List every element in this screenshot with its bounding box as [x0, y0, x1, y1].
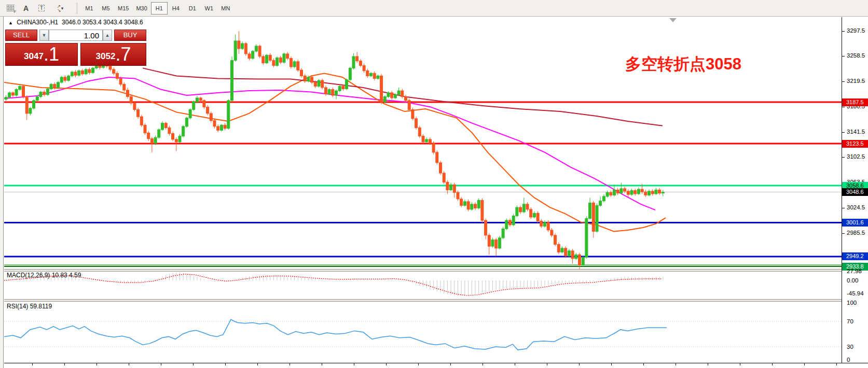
price-tick-label: 3258.5	[847, 52, 865, 59]
buy-button[interactable]: BUY	[114, 30, 146, 41]
macd-indicator-label: MACD(12,26,9) 10.83 4.59	[7, 272, 81, 279]
chart-title: ▲ CHINA300-,H1 3046.0 3053.4 3043.4 3048…	[8, 19, 143, 26]
price-tick-label: 3141.5	[847, 129, 865, 135]
timeframe-w1[interactable]: W1	[201, 2, 217, 15]
text-label-icon[interactable]: T	[34, 2, 49, 15]
time-axis-tick	[322, 363, 322, 365]
collapse-panel-icon[interactable]: ▲	[8, 20, 13, 25]
price-tick	[842, 107, 845, 107]
rsi-axis-label: 0	[847, 357, 850, 363]
macd-signal-line	[4, 274, 662, 295]
chart-area: 3297.53258.53219.53180.53141.53102.53063…	[4, 17, 868, 368]
time-axis-tick	[611, 363, 612, 365]
rsi-axis-label: 30	[847, 344, 853, 350]
time-axis-tick	[836, 363, 837, 365]
sell-price-main: 3047	[24, 51, 44, 62]
price-tag-3048.6: 3048.6	[842, 188, 868, 196]
chart-window: 3297.53258.53219.53180.53141.53102.53063…	[0, 17, 868, 368]
symbol-period-label: CHINA300-,H1	[17, 19, 58, 26]
one-click-trade-panel: SELL ▼ ▲ BUY 3047.1 3052.7	[5, 30, 146, 66]
time-axis-tick	[483, 363, 483, 365]
price-tag-3123.5: 3123.5	[842, 140, 868, 148]
price-tag-3187.5: 3187.5	[842, 98, 868, 106]
time-axis-tick	[193, 363, 194, 365]
price-tick-label: 3102.5	[847, 153, 865, 160]
time-axis-tick	[97, 363, 97, 365]
price-tick	[842, 31, 845, 32]
timeframe-h1[interactable]: H1	[151, 2, 168, 15]
price-tick-label: 2985.5	[847, 230, 865, 236]
time-axis-tick	[515, 363, 515, 365]
rsi-pane-canvas[interactable]	[4, 302, 842, 363]
candlestick-series	[5, 31, 664, 269]
rsi-line	[4, 319, 667, 350]
ma-darkred-line	[143, 68, 663, 125]
price-tag-2949.2: 2949.2	[842, 252, 868, 260]
time-axis-tick	[547, 363, 547, 365]
price-tick	[842, 208, 845, 208]
text-a-icon[interactable]: A	[19, 2, 33, 15]
time-axis-tick	[225, 363, 226, 365]
time-axis-tick	[772, 363, 773, 365]
price-tick	[842, 233, 845, 234]
chevron-down-icon[interactable]: ▾	[61, 6, 64, 11]
sell-price-button[interactable]: 3047.1	[5, 43, 78, 66]
time-axis-tick	[740, 363, 740, 365]
toolbar-separator	[77, 3, 78, 14]
macd-axis-label: 0.00	[847, 277, 858, 284]
rsi-axis-label: 70	[847, 318, 853, 324]
volume-input[interactable]	[49, 30, 103, 41]
time-axis-tick	[129, 363, 129, 365]
buy-price-button[interactable]: 3052.7	[80, 43, 146, 66]
macd-pane-canvas[interactable]	[4, 271, 842, 299]
sell-price-pips: .1	[44, 45, 59, 64]
mt4-terminal: { "toolbar": { "icons": ["grid-f-icon","…	[0, 0, 868, 368]
time-axis-tick	[354, 363, 354, 365]
timeframe-d1[interactable]: D1	[184, 2, 201, 15]
ma-orange-line	[4, 73, 666, 231]
trade-panel-top-row: SELL ▼ ▲ BUY	[5, 30, 146, 42]
time-axis[interactable]	[4, 363, 868, 368]
rsi-axis-label: 100	[847, 300, 857, 306]
volume-increase-button[interactable]: ▲	[103, 30, 112, 41]
price-axis[interactable]: 3297.53258.53219.53180.53141.53102.53063…	[842, 17, 868, 363]
price-tick	[842, 81, 845, 82]
chart-text-annotation: 多空转折点3058	[625, 53, 741, 75]
price-tick-label: 3024.5	[847, 204, 865, 210]
time-axis-tick	[804, 363, 805, 365]
ohlc-readout: 3046.0 3053.4 3043.4 3048.6	[62, 19, 143, 26]
macd-histogram	[6, 273, 663, 296]
volume-decrease-button[interactable]: ▼	[39, 30, 49, 41]
time-axis-tick	[64, 363, 65, 365]
time-axis-tick	[579, 363, 580, 365]
sell-button[interactable]: SELL	[5, 30, 37, 41]
time-axis-tick	[676, 363, 676, 365]
price-tick	[842, 56, 845, 56]
time-axis-tick	[386, 363, 387, 365]
timeframe-m30[interactable]: M30	[132, 2, 150, 15]
timeframe-m5[interactable]: M5	[98, 2, 114, 15]
toolbar: F A T ↗ ↘ ▾ M1 M5 M15 M30 H1 H4 D1 W1 MN	[0, 0, 868, 17]
time-axis-tick	[418, 363, 419, 365]
arrow-styles-icon[interactable]: ↗ ↘ ▾	[50, 2, 71, 15]
timeframe-m1[interactable]: M1	[81, 2, 98, 15]
time-axis-tick	[708, 363, 708, 365]
price-tick-label: 3297.5	[847, 27, 865, 34]
time-axis-tick	[32, 363, 33, 365]
timeframe-mn[interactable]: MN	[217, 2, 234, 15]
buy-price-pips: .7	[115, 45, 131, 64]
time-axis-tick	[290, 363, 290, 365]
timeframe-h4[interactable]: H4	[168, 2, 184, 15]
timeframe-m15[interactable]: M15	[114, 2, 132, 15]
time-axis-tick	[257, 363, 258, 365]
window-left-edge	[0, 17, 4, 368]
price-tick-label: 3219.5	[847, 78, 865, 84]
buy-price-main: 3052	[96, 51, 116, 62]
chart-shift-marker-icon	[669, 18, 677, 22]
macd-axis-label: -45.94	[847, 290, 864, 296]
price-tag-3001.6: 3001.6	[842, 219, 868, 227]
price-tick	[842, 132, 845, 133]
price-tick	[842, 157, 845, 158]
grid-f-icon[interactable]: F	[3, 2, 18, 15]
time-axis-tick	[450, 363, 451, 365]
